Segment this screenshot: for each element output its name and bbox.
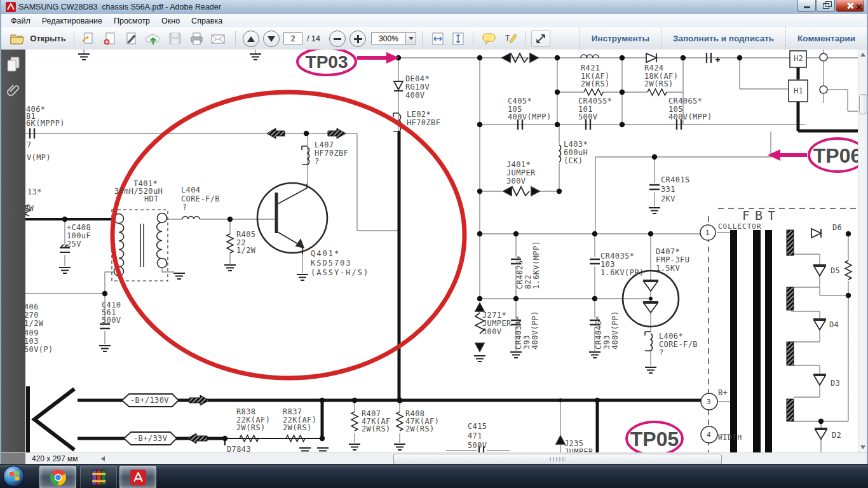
- main-area: TP03TP06TP05 406*816K(MPPP)7V(MP)13*2W+C…: [1, 50, 867, 452]
- fit-width-button[interactable]: [428, 30, 447, 47]
- schematic-label: R4211K(AF)2W(RS): [581, 64, 610, 88]
- schematic-label: Q401*KSD5703(ASSY-H/S): [311, 249, 369, 277]
- attachments-paperclip-icon[interactable]: [6, 81, 21, 98]
- taskbar-winrar-button[interactable]: [80, 466, 117, 488]
- schematic-label: C415471500V: [468, 422, 487, 450]
- schematic-label: H1: [794, 86, 803, 95]
- schematic-label: CR403A*393400V(PP): [514, 311, 539, 349]
- menu-view[interactable]: Просмотр: [108, 15, 156, 27]
- schematic-label: D7843: [227, 445, 251, 452]
- minimize-button[interactable]: [797, 0, 816, 12]
- status-corner: [1, 453, 25, 464]
- menu-file[interactable]: Файл: [5, 15, 36, 27]
- start-button[interactable]: [3, 466, 24, 487]
- schematic-label: L406*CORE-F/B?: [659, 332, 698, 357]
- taskbar-adobe-reader-button[interactable]: [119, 466, 156, 488]
- test-point-tp05: TP05: [627, 422, 682, 452]
- sign-button[interactable]: [122, 30, 141, 47]
- minimize-icon: [804, 6, 810, 8]
- schematic-labels: 406*816K(MPPP)7V(MP)13*2W+C408100uF25V40…: [25, 54, 842, 452]
- email-button[interactable]: [208, 30, 227, 47]
- export-pdf-button[interactable]: [79, 30, 98, 47]
- schematic-label: 4: [707, 431, 711, 439]
- tools-panel-button[interactable]: Инструменты: [580, 27, 661, 50]
- zoom-out-button[interactable]: [329, 30, 346, 47]
- open-button[interactable]: Открыть: [6, 30, 70, 47]
- toolbar-close-icon[interactable]: [856, 4, 862, 10]
- scroll-grip: [550, 457, 566, 461]
- schematic-label: 13*: [27, 187, 42, 196]
- schematic-label: R40747K(AF2W(RS): [362, 409, 391, 433]
- schematic-label: R83822K(AF)2W(RS): [236, 407, 270, 432]
- previous-page-button[interactable]: [243, 30, 259, 47]
- create-pdf-button[interactable]: [100, 30, 119, 47]
- save-icon: [168, 32, 182, 45]
- fit-page-button[interactable]: [449, 30, 468, 47]
- zoom-dropdown-button[interactable]: [406, 32, 416, 44]
- schematic-label: 406*816K(MPPP): [26, 105, 65, 128]
- fullscreen-button[interactable]: [531, 30, 550, 47]
- zoom-in-button[interactable]: [349, 30, 366, 47]
- schematic-label: B+: [718, 388, 728, 397]
- minus-icon: [334, 38, 341, 40]
- taskbar-chrome-button[interactable]: [39, 466, 76, 488]
- fit-page-icon: [451, 32, 465, 46]
- scroll-down-icon[interactable]: [860, 445, 865, 449]
- fill-sign-panel-button[interactable]: Заполнить и подписать: [661, 27, 785, 50]
- titlebar[interactable]: SAMSUNG CW28D83 chassis S56A.pdf - Adobe…: [1, 0, 867, 15]
- fbt-block: [700, 208, 860, 452]
- schematic-label: D5: [831, 266, 840, 275]
- comments-panel-button[interactable]: Комментарии: [785, 27, 867, 50]
- schematic-label: H2: [794, 54, 803, 63]
- page-thumbnails-icon[interactable]: [6, 56, 21, 72]
- zoom-level-field[interactable]: 300%: [371, 32, 406, 44]
- schematic-label: ?: [182, 203, 187, 212]
- pdf-page[interactable]: TP03TP06TP05 406*816K(MPPP)7V(MP)13*2W+C…: [25, 50, 860, 452]
- schematic-label: V(MP): [27, 153, 51, 162]
- schematic-label: R40847K(AF)2W(RS): [405, 409, 439, 433]
- menubar: Файл Редактирование Просмотр Окно Справк…: [1, 14, 867, 28]
- taskbar: RU 13:43 07.11.2016 YAPLAKAL.COM: [0, 464, 868, 488]
- plus-icon: [354, 35, 362, 43]
- schematic-label: R405221/2W: [236, 230, 256, 255]
- restore-button[interactable]: [817, 0, 835, 12]
- print-button[interactable]: [187, 30, 206, 47]
- vertical-scroll-thumb[interactable]: [859, 94, 867, 114]
- share-button[interactable]: [144, 30, 163, 47]
- next-page-button[interactable]: [263, 30, 280, 47]
- page-number-input[interactable]: [283, 32, 302, 44]
- menu-edit[interactable]: Редактирование: [36, 15, 108, 27]
- sign-icon: [125, 32, 139, 46]
- schematic-label: 3: [707, 398, 711, 406]
- navigation-sidebar: [1, 50, 25, 452]
- schematic-label: L403*600uH(CK): [564, 140, 588, 165]
- test-point-tp06: TP06: [809, 139, 860, 172]
- test-point-tp03: TP03: [297, 50, 356, 75]
- menu-window[interactable]: Окно: [156, 15, 186, 27]
- winrar-icon: [90, 469, 107, 486]
- schematic-label: +C408100uF25V: [67, 223, 91, 248]
- schematic-label: D4: [829, 320, 839, 329]
- highlight-button[interactable]: T: [501, 30, 520, 47]
- email-icon: [210, 32, 226, 45]
- save-button[interactable]: [165, 30, 184, 47]
- vertical-scrollbar[interactable]: [858, 50, 867, 452]
- chevron-down-icon: [409, 37, 414, 40]
- schematic-label: CR405S*101500V: [578, 97, 612, 121]
- schematic-label: HDT: [144, 194, 159, 203]
- comment-button[interactable]: [479, 30, 498, 47]
- schematic-label: CR403S*1031.6KV(PP): [600, 252, 644, 277]
- schematic-label: 4062701/2W: [25, 302, 44, 328]
- horizontal-scroll-thumb[interactable]: [393, 454, 722, 464]
- window-title: SAMSUNG CW28D83 chassis S56A.pdf - Adobe…: [18, 3, 221, 11]
- tools-label: Инструменты: [592, 34, 649, 43]
- schematic-label: DE04*RG10V400V: [405, 74, 430, 100]
- schematic-label: LE02*HF70ZBF: [407, 110, 440, 127]
- schematic-label: C405*105400V(MPP): [508, 97, 552, 121]
- menu-help[interactable]: Справка: [186, 15, 228, 27]
- scroll-left-icon[interactable]: [101, 456, 105, 461]
- scroll-up-icon[interactable]: [860, 53, 865, 57]
- chrome-icon: [50, 469, 67, 486]
- arrow-up-icon: [247, 36, 255, 42]
- toolbar: Открыть: [1, 27, 867, 50]
